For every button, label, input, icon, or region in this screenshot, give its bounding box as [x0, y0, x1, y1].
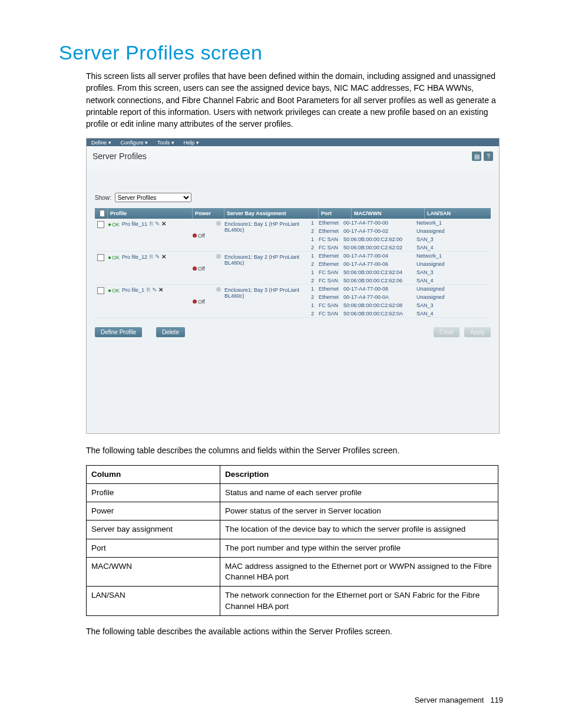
- port-lan[interactable]: SAN_3: [414, 302, 491, 308]
- col-lan[interactable]: LAN/SAN: [425, 208, 488, 219]
- port-lan[interactable]: SAN_4: [414, 278, 491, 284]
- desc-row: Server bay assignmentThe location of the…: [87, 521, 498, 539]
- desc-text: The location of the device bay to which …: [220, 521, 498, 539]
- power-off-icon: [193, 299, 197, 304]
- port-row: 1Ethernet00-17-A4-77-00-00Network_1: [308, 219, 491, 227]
- profile-link[interactable]: Pro file_1: [122, 287, 144, 293]
- uid-icon[interactable]: [216, 254, 221, 259]
- bay-assignment[interactable]: Enclosure1: Bay 1 (HP ProLiant BL480c): [222, 220, 308, 251]
- power-label: Off: [198, 266, 205, 272]
- row-checkbox[interactable]: [97, 254, 104, 261]
- clear-button[interactable]: Clear: [434, 327, 459, 337]
- col-bay[interactable]: Server Bay Assignment: [224, 208, 319, 219]
- show-select[interactable]: Server Profiles: [115, 193, 191, 202]
- port-lan[interactable]: Unassigned: [414, 286, 491, 292]
- menubar[interactable]: Define ▾ Configure ▾ Tools ▾ Help ▾: [87, 139, 499, 146]
- port-num: 1: [308, 220, 316, 226]
- port-num: 2: [308, 228, 316, 234]
- port-row: 2FC SAN50:06:0B:00:00:C2:62:06SAN_4: [308, 276, 491, 284]
- port-mac: 50:06:0B:00:00:C2:62:0A: [341, 311, 414, 317]
- menu-define[interactable]: Define ▾: [91, 140, 111, 146]
- port-lan[interactable]: Unassigned: [414, 228, 491, 234]
- desc-intro: The following table describes the column…: [86, 444, 503, 456]
- port-row: 2Ethernet00-17-A4-77-00-0AUnassigned: [308, 293, 491, 301]
- help-icon[interactable]: ?: [484, 151, 493, 161]
- port-num: 1: [308, 253, 316, 259]
- port-num: 2: [308, 261, 316, 267]
- copy-icon[interactable]: ⎘: [150, 254, 153, 260]
- port-mac: 00-17-A4-77-00-0A: [341, 294, 414, 300]
- port-lan[interactable]: Unassigned: [414, 261, 491, 267]
- desc-th-description: Description: [220, 465, 498, 483]
- port-lan[interactable]: SAN_3: [414, 269, 491, 275]
- col-profile[interactable]: Profile: [108, 208, 193, 219]
- port-row: 2Ethernet00-17-A4-77-00-06Unassigned: [308, 260, 491, 268]
- delete-icon[interactable]: ✕: [158, 287, 163, 293]
- port-lan[interactable]: Network_1: [414, 220, 491, 226]
- edit-icon[interactable]: ✎: [155, 254, 160, 260]
- bay-assignment[interactable]: Enclosure1: Bay 2 (HP ProLiant BL480c): [222, 253, 308, 284]
- desc-text: Power status of the server in Server loc…: [220, 502, 498, 521]
- menu-configure[interactable]: Configure ▾: [121, 140, 148, 146]
- row-checkbox[interactable]: [97, 221, 104, 228]
- desc-text: The port number and type within the serv…: [220, 539, 498, 557]
- port-row: 1FC SAN50:06:0B:00:00:C2:62:08SAN_3: [308, 301, 491, 309]
- col-mac[interactable]: MAC/WWN: [352, 208, 425, 219]
- port-type: FC SAN: [316, 278, 341, 284]
- desc-row: LAN/SANThe network connection for the Et…: [87, 587, 498, 615]
- page-footer: Server management 119: [415, 696, 503, 704]
- port-lan[interactable]: Unassigned: [414, 294, 491, 300]
- col-power[interactable]: Power: [193, 208, 224, 219]
- menu-help[interactable]: Help ▾: [184, 140, 199, 146]
- desc-col: Profile: [87, 484, 220, 502]
- port-lan[interactable]: SAN_4: [414, 245, 491, 251]
- show-label: Show:: [95, 195, 111, 201]
- row-checkbox[interactable]: [97, 287, 104, 294]
- desc-col: MAC/WWN: [87, 557, 220, 586]
- port-num: 2: [308, 294, 316, 300]
- port-mac: 50:06:0B:00:00:C2:62:06: [341, 278, 414, 284]
- port-type: Ethernet: [316, 220, 341, 226]
- define-profile-button[interactable]: Define Profile: [95, 327, 142, 337]
- status-ok-icon: OK: [108, 287, 117, 294]
- print-icon[interactable]: ▤: [472, 151, 481, 161]
- port-mac: 50:06:0B:00:00:C2:62:02: [341, 245, 414, 251]
- menu-tools[interactable]: Tools ▾: [157, 140, 174, 146]
- port-mac: 00-17-A4-77-00-04: [341, 253, 414, 259]
- port-lan[interactable]: SAN_4: [414, 311, 491, 317]
- profile-row: OKPro file_11⎘✎✕OffEnclosure1: Bay 1 (HP…: [95, 219, 491, 252]
- port-mac: 50:06:0B:00:00:C2:62:08: [341, 302, 414, 308]
- port-type: FC SAN: [316, 269, 341, 275]
- select-all-checkbox[interactable]: [100, 210, 105, 217]
- power-label: Off: [198, 299, 205, 305]
- desc-row: PowerPower status of the server in Serve…: [87, 502, 498, 521]
- profile-link[interactable]: Pro file_11: [122, 221, 147, 227]
- port-num: 2: [308, 278, 316, 284]
- bay-assignment[interactable]: Enclosure1: Bay 3 (HP ProLiant BL460c): [222, 286, 308, 317]
- port-type: Ethernet: [316, 253, 341, 259]
- delete-button[interactable]: Delete: [156, 327, 185, 337]
- port-lan[interactable]: Network_1: [414, 253, 491, 259]
- copy-icon[interactable]: ⎘: [147, 287, 150, 293]
- desc-col: Port: [87, 539, 220, 557]
- profile-link[interactable]: Pro file_12: [122, 254, 147, 260]
- edit-icon[interactable]: ✎: [155, 221, 160, 227]
- desc-text: Status and name of each server profile: [220, 484, 498, 502]
- intro-paragraph: This screen lists all server profiles th…: [86, 70, 503, 130]
- port-lan[interactable]: SAN_3: [414, 236, 491, 242]
- port-num: 1: [308, 236, 316, 242]
- apply-button[interactable]: Apply: [464, 327, 491, 337]
- port-type: Ethernet: [316, 294, 341, 300]
- delete-icon[interactable]: ✕: [161, 254, 166, 260]
- port-type: FC SAN: [316, 311, 341, 317]
- port-row: 2FC SAN50:06:0B:00:00:C2:62:02SAN_4: [308, 243, 491, 251]
- power-off-icon: [193, 233, 197, 238]
- edit-icon[interactable]: ✎: [152, 287, 157, 293]
- delete-icon[interactable]: ✕: [161, 221, 166, 227]
- port-type: Ethernet: [316, 286, 341, 292]
- uid-icon[interactable]: [216, 221, 221, 226]
- port-mac: 00-17-A4-77-00-02: [341, 228, 414, 234]
- col-port[interactable]: Port: [319, 208, 352, 219]
- uid-icon[interactable]: [216, 287, 221, 292]
- copy-icon[interactable]: ⎘: [150, 221, 153, 227]
